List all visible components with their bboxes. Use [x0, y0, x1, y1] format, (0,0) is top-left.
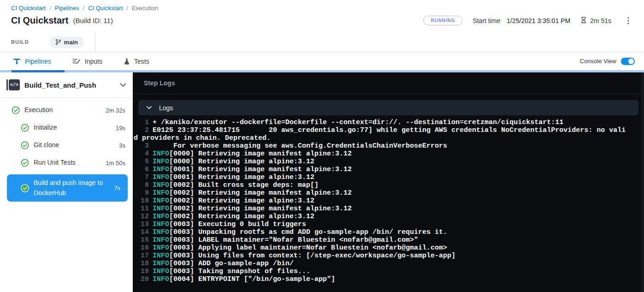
log-text: [0003] Applying label maintainer=Nofar B…	[169, 244, 447, 252]
sidebar-step[interactable]: Initialize19s	[0, 122, 133, 134]
log-output[interactable]: 1+ /kaniko/executor --dockerfile=Dockerf…	[133, 119, 644, 283]
breadcrumb-item[interactable]: Pipelines	[55, 5, 79, 12]
tab-pipelines[interactable]: Pipelines	[13, 58, 51, 65]
step-label: Execution	[24, 105, 102, 115]
log-level-info: INFO	[153, 268, 169, 275]
log-text: [0003] LABEL maintainer="Nofar Bluestein…	[169, 236, 418, 244]
log-line: 14INFO[0003] Unpacking rootfs as cmd ADD…	[134, 228, 628, 236]
git-branch-icon	[55, 39, 61, 45]
log-line: 18INFO[0003] ADD go-sample-app /bin/	[134, 260, 628, 268]
build-id-label: (Build ID: 11)	[73, 17, 112, 24]
sidebar-step[interactable]: Run Unit Tests1m 50s	[0, 157, 133, 169]
log-text: [0002] Retrieving image manifest alpine:…	[169, 189, 352, 197]
page-header: CI Quickstart/Pipelines/CI Quickstart/Ex…	[0, 0, 644, 52]
start-time-label: Start time	[473, 17, 500, 24]
log-line: 11INFO[0002] Retrieving image manifest a…	[134, 205, 628, 213]
step-logs-title: Step Logs	[133, 72, 644, 94]
pipeline-name: Build_Test_and_Push	[24, 81, 96, 89]
branch-chip[interactable]: main	[49, 36, 84, 48]
breadcrumb-item[interactable]: CI Quickstart	[88, 5, 123, 12]
page-title: CI Quickstart	[11, 15, 68, 26]
log-line-number: 10	[134, 197, 149, 205]
sidebar-step[interactable]: Build and push image to DockerHub7s	[7, 174, 128, 202]
log-line-number: 18	[134, 260, 149, 268]
step-label: Build and push image to DockerHub	[34, 178, 110, 198]
log-text: [0000] Retrieving image manifest alpine:…	[169, 150, 352, 158]
chevron-down-icon	[147, 106, 152, 109]
log-level-info: INFO	[153, 260, 169, 268]
divider	[95, 33, 95, 51]
check-circle-icon	[12, 106, 20, 114]
scrollbar[interactable]	[641, 72, 644, 292]
log-line-number: 13	[134, 220, 149, 228]
tab-label: Inputs	[85, 58, 102, 65]
log-line: 8INFO[0002] Built cross stage deps: map[…	[134, 181, 628, 189]
pipeline-header[interactable]: </> Build_Test_and_Push	[0, 72, 133, 97]
tab-label: Tests	[134, 58, 149, 65]
step-label: Git clone	[34, 140, 115, 150]
log-line: 16INFO[0003] Applying label maintainer=N…	[134, 244, 628, 252]
log-text: [0001] Retrieving image manifest alpine:…	[169, 166, 352, 173]
log-line-number: 7	[134, 173, 149, 181]
log-text: + /kaniko/executor --dockerfile=Dockerfi…	[153, 119, 563, 126]
log-text: [0003] Using files from context: [/step-…	[169, 252, 455, 260]
step-label: Initialize	[34, 123, 112, 133]
log-level-info: INFO	[153, 252, 169, 260]
log-level-info: INFO	[153, 189, 169, 197]
log-line-number: 20	[134, 275, 149, 283]
log-text: [0002] Retrieving image alpine:3.12	[169, 213, 314, 220]
sidebar-step[interactable]: Git clone3s	[0, 139, 133, 151]
log-level-info: INFO	[153, 244, 169, 252]
log-level-info: INFO	[153, 220, 169, 228]
log-line-number: 8	[134, 181, 149, 189]
more-options-button[interactable]: ⋮	[621, 15, 635, 26]
log-text: [0004] ENTRYPOINT ["/bin/go-sample-app"]	[169, 275, 335, 283]
console-view-toggle[interactable]	[621, 58, 635, 65]
breadcrumb: CI Quickstart/Pipelines/CI Quickstart/Ex…	[11, 5, 644, 12]
log-line: 5INFO[0000] Retrieving image alpine:3.12	[134, 158, 628, 166]
status-badge: RUNNING	[423, 16, 462, 25]
log-level-info: INFO	[153, 236, 169, 244]
build-section-label: BUILD	[11, 39, 29, 45]
step-duration: 7s	[114, 185, 120, 191]
log-line: 12INFO[0002] Retrieving image alpine:3.1…	[134, 213, 628, 220]
log-level-info: INFO	[153, 275, 169, 283]
log-line-number: 16	[134, 244, 149, 252]
log-text: E0125 23:37:25.481715 20 aws_credentials…	[134, 126, 626, 142]
log-level-info: INFO	[153, 181, 169, 189]
sidebar-step[interactable]: Execution2m 32s	[0, 104, 133, 116]
tab-tests[interactable]: Tests	[124, 58, 149, 65]
log-level-info: INFO	[153, 150, 169, 158]
stage-code-icon: </>	[6, 79, 20, 90]
log-text: [0002] Retrieving image alpine:3.12	[169, 197, 314, 205]
header-status-cluster: RUNNING Start time 1/25/2021 3:35:01 PM …	[423, 15, 635, 26]
log-line: 1+ /kaniko/executor --dockerfile=Dockerf…	[134, 119, 628, 126]
chevron-down-icon[interactable]	[120, 83, 126, 87]
log-line-number: 17	[134, 252, 149, 260]
log-text: [0003] Unpacking rootfs as cmd ADD go-sa…	[169, 228, 447, 236]
log-line-number: 15	[134, 236, 149, 244]
log-text: [0002] Retrieving image manifest alpine:…	[169, 205, 352, 213]
log-line-number: 19	[134, 268, 149, 275]
tab-inputs[interactable]: Inputs	[72, 58, 102, 65]
breadcrumb-separator: /	[49, 5, 51, 12]
log-level-info: INFO	[153, 213, 169, 220]
logs-section-header[interactable]: Logs	[138, 100, 638, 115]
log-text: [0002] Built cross stage deps: map[]	[169, 181, 319, 189]
log-line-number: 11	[134, 205, 149, 213]
step-list: Execution2m 32sInitialize19sGit clone3sR…	[0, 98, 133, 207]
log-line-number: 5	[134, 158, 149, 166]
log-line-number: 9	[134, 189, 149, 197]
breadcrumb-item[interactable]: CI Quickstart	[11, 5, 46, 12]
start-time: Start time 1/25/2021 3:35:01 PM	[473, 17, 570, 24]
check-circle-icon	[21, 124, 29, 132]
breadcrumb-item: Execution	[132, 5, 158, 12]
log-text: [0003] Taking snapshot of files...	[169, 268, 310, 275]
logs-section-title: Logs	[159, 104, 173, 112]
elapsed-time-value: 2m 51s	[590, 17, 611, 24]
console-view-toggle-group: Console View	[580, 58, 644, 65]
tab-bar: PipelinesInputsTests Console View	[0, 52, 644, 70]
toggle-knob	[628, 59, 634, 64]
branch-name: main	[64, 39, 78, 46]
console-view-label: Console View	[580, 58, 616, 65]
